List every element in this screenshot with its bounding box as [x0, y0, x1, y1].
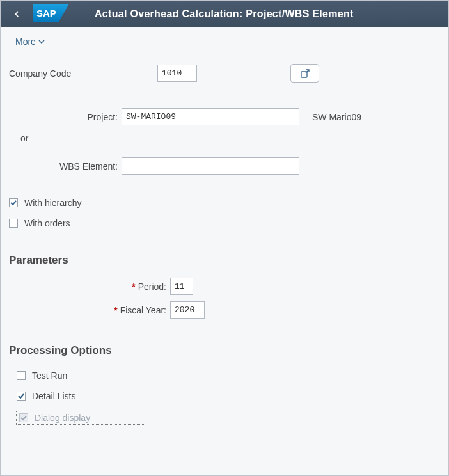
project-input[interactable]: [122, 108, 299, 125]
wbs-label: WBS Element:: [9, 161, 122, 171]
or-label: or: [9, 133, 440, 143]
page-title: Actual Overhead Calculation: Project/WBS…: [95, 8, 354, 20]
with-hierarchy-label: With hierarchy: [24, 198, 81, 208]
processing-divider: [9, 361, 440, 361]
project-row: Project: SW Mario09: [9, 108, 440, 125]
with-orders-label: With orders: [24, 218, 70, 228]
wbs-input[interactable]: [122, 157, 299, 175]
with-orders-row: With orders: [9, 218, 440, 228]
fiscal-year-label: * Fiscal Year:: [9, 305, 170, 315]
fiscal-year-row: * Fiscal Year:: [9, 301, 440, 319]
fiscal-year-input[interactable]: [170, 301, 205, 319]
test-run-checkbox[interactable]: [17, 371, 26, 380]
dialog-display-focus: Dialog display: [17, 411, 145, 424]
period-row: * Period:: [9, 278, 440, 295]
test-run-row: Test Run: [17, 370, 432, 381]
detail-lists-row: Detail Lists: [17, 391, 432, 401]
with-orders-checkbox[interactable]: [9, 219, 18, 228]
svg-text:SAP: SAP: [36, 8, 56, 19]
chevron-down-icon: [38, 38, 45, 45]
more-label: More: [15, 36, 36, 47]
company-code-input[interactable]: [157, 65, 197, 82]
project-description: SW Mario09: [312, 112, 361, 122]
chevron-left-icon: [12, 10, 21, 19]
company-code-row: Company Code: [9, 64, 440, 83]
detail-lists-checkbox[interactable]: [17, 392, 26, 401]
with-hierarchy-row: With hierarchy: [9, 198, 440, 208]
with-hierarchy-checkbox[interactable]: [9, 198, 18, 207]
parameters-divider: [9, 271, 440, 271]
popup-icon: [300, 68, 310, 79]
dialog-display-label: Dialog display: [35, 413, 90, 423]
company-code-label: Company Code: [9, 68, 157, 79]
launch-button[interactable]: [290, 64, 319, 83]
wbs-row: WBS Element:: [9, 157, 440, 175]
processing-options: Test Run Detail Lists Dialog display: [9, 368, 440, 427]
parameters-section-title: Parameters: [9, 254, 440, 267]
toolbar-row: More: [1, 27, 448, 64]
dialog-display-checkbox: [19, 413, 28, 422]
more-dropdown[interactable]: More: [15, 36, 45, 47]
dialog-display-row: Dialog display: [17, 411, 432, 424]
sap-logo: SAP: [33, 4, 69, 24]
processing-section-title: Processing Options: [9, 344, 440, 357]
project-label: Project:: [9, 112, 122, 122]
test-run-label: Test Run: [32, 370, 67, 381]
period-label: * Period:: [9, 282, 170, 292]
back-button[interactable]: [8, 5, 26, 23]
detail-lists-label: Detail Lists: [32, 391, 75, 401]
period-input[interactable]: [170, 278, 193, 295]
app-header: SAP Actual Overhead Calculation: Project…: [1, 1, 448, 27]
form-content: Company Code Project: SW Mario09 or WBS …: [1, 64, 448, 427]
